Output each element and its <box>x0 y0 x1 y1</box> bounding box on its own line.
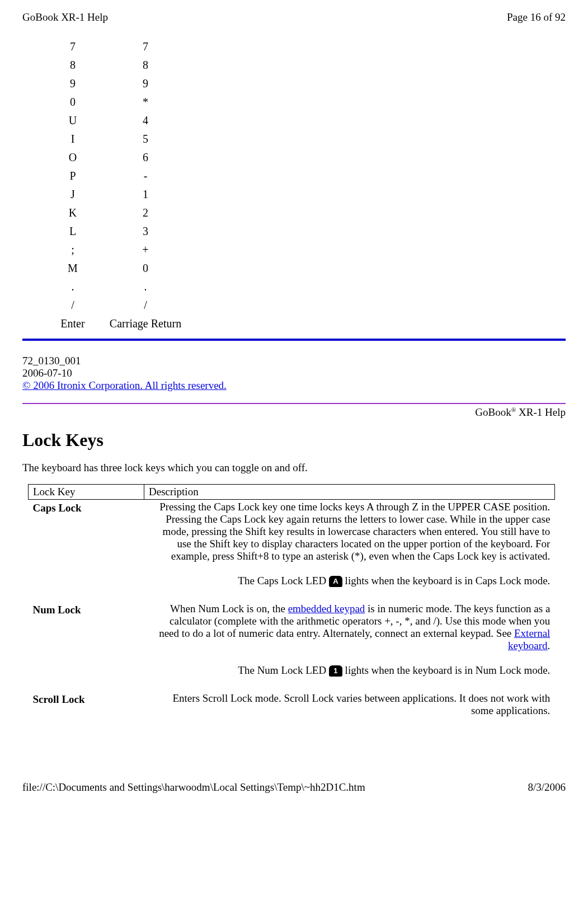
val-cell: * <box>90 96 201 109</box>
footer-date: 8/3/2006 <box>528 781 566 794</box>
val-cell: 9 <box>90 77 201 90</box>
section-intro: The keyboard has three lock keys which y… <box>22 462 566 474</box>
key-cell: Enter <box>56 317 90 330</box>
val-cell: Carriage Return <box>90 317 201 330</box>
key-cell: J <box>56 188 90 201</box>
val-cell: 1 <box>90 188 201 201</box>
key-cell: 7 <box>56 40 90 53</box>
doc-title: GoBook XR-1 Help <box>22 11 108 24</box>
document-id: 72_0130_001 <box>22 355 566 367</box>
lock-keys-table: Lock Key Description Caps Lock Pressing … <box>28 484 555 730</box>
key-cell: O <box>56 151 90 164</box>
num-lock-desc: When Num Lock is on, the embedded keypad… <box>144 602 554 691</box>
num-led-icon: 1 <box>329 665 342 677</box>
key-cell: / <box>56 299 90 312</box>
scroll-lock-desc: Enters Scroll Lock mode. Scroll Lock var… <box>144 691 554 731</box>
key-cell: 9 <box>56 77 90 90</box>
brand-label: GoBook® XR-1 Help <box>22 406 566 419</box>
key-cell: . <box>56 280 90 293</box>
val-cell: 0 <box>90 262 201 275</box>
key-cell: ; <box>56 243 90 256</box>
key-cell: L <box>56 225 90 238</box>
key-cell: K <box>56 206 90 219</box>
section-divider <box>22 339 566 341</box>
section-title: Lock Keys <box>22 430 566 450</box>
embedded-keypad-link[interactable]: embedded keypad <box>288 603 365 614</box>
caps-led-icon: A <box>329 576 342 587</box>
val-cell: 8 <box>90 59 201 72</box>
key-cell: U <box>56 114 90 127</box>
val-cell: 5 <box>90 133 201 145</box>
file-path: file://C:\Documents and Settings\harwood… <box>22 781 365 794</box>
val-cell: - <box>90 170 201 182</box>
num-lock-label: Num Lock <box>29 602 144 691</box>
val-cell: 3 <box>90 225 201 238</box>
scroll-lock-label: Scroll Lock <box>29 691 144 731</box>
document-date: 2006-07-10 <box>22 367 566 379</box>
page-number: Page 16 of 92 <box>507 11 566 24</box>
val-cell: 6 <box>90 151 201 164</box>
val-cell: 2 <box>90 206 201 219</box>
val-cell: 4 <box>90 114 201 127</box>
key-cell: 0 <box>56 96 90 109</box>
key-cell: P <box>56 170 90 182</box>
caps-lock-label: Caps Lock <box>29 500 144 602</box>
external-keyboard-link[interactable]: External keyboard <box>508 627 550 651</box>
val-cell: 7 <box>90 40 201 53</box>
brand-divider <box>22 403 566 404</box>
keymap-table: 77 88 99 0* U4 I5 O6 P- J1 K2 L3 ;+ M0 .… <box>56 40 566 330</box>
key-cell: I <box>56 133 90 145</box>
copyright-link[interactable]: © 2006 Itronix Corporation. All rights r… <box>22 379 227 391</box>
th-lock-key: Lock Key <box>29 485 144 500</box>
key-cell: M <box>56 262 90 275</box>
th-description: Description <box>144 485 554 500</box>
val-cell: / <box>90 299 201 312</box>
caps-lock-desc: Pressing the Caps Lock key one time lock… <box>144 500 554 602</box>
val-cell: . <box>90 280 201 293</box>
key-cell: 8 <box>56 59 90 72</box>
val-cell: + <box>90 243 201 256</box>
